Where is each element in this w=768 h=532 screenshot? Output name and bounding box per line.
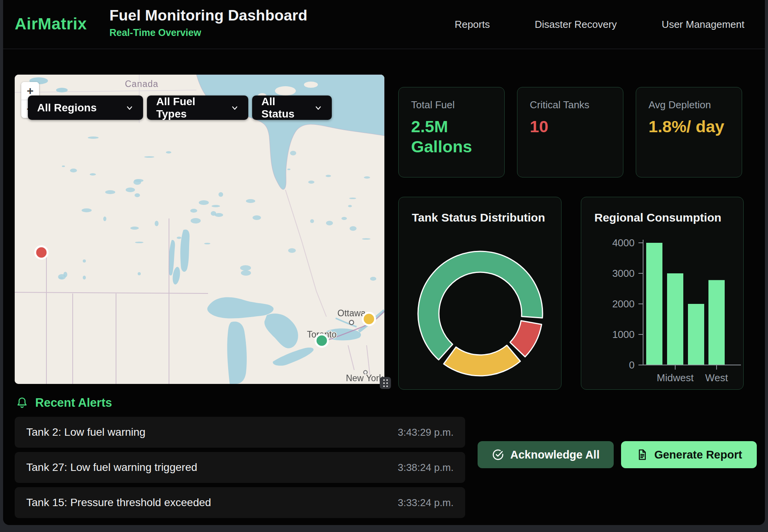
filter-dropdown-all-status[interactable]: All Status [252,95,332,120]
acknowledge-all-button[interactable]: Acknowledge All [478,441,614,468]
tank-marker-normal[interactable] [316,334,328,347]
x-tick-label: Midwest [657,372,694,384]
drag-handle[interactable] [380,377,391,389]
tank-marker-critical[interactable] [35,246,48,259]
regional-consumption-card: Regional Consumption 01000200030004000Mi… [581,197,744,390]
filter-label: All Fuel Types [156,95,224,120]
chevron-down-icon [314,104,323,112]
recent-alerts-title: Recent Alerts [35,396,112,410]
nav-item-disaster-recovery[interactable]: Disaster Recovery [535,19,617,31]
page-title: Fuel Monitoring Dashboard [109,7,307,24]
stat-label: Avg Depletion [649,99,729,111]
tank-status-donut-chart [417,251,543,377]
bar-region-1 [646,243,662,365]
bar-midwest [667,273,683,365]
nav-item-reports[interactable]: Reports [455,19,490,31]
bar-west [708,280,725,365]
stat-label: Total Fuel [411,99,492,111]
check-circle-icon [492,448,504,461]
stat-value: 1.8%/ day [649,116,729,136]
generate-report-label: Generate Report [654,448,742,461]
document-icon [636,448,648,461]
header: AirMatrix Fuel Monitoring Dashboard Real… [3,0,765,49]
alert-text: Tank 2: Low fuel warning [26,426,145,438]
title-block: Fuel Monitoring Dashboard Real-Time Over… [109,7,307,38]
alert-row: Tank 2: Low fuel warning3:43:29 p.m. [15,417,465,448]
map-label-new-york: New York [346,373,384,383]
tank-marker-warning[interactable] [363,313,375,325]
acknowledge-all-label: Acknowledge All [510,448,600,461]
alert-list: Tank 2: Low fuel warning3:43:29 p.m.Tank… [15,417,465,522]
donut-segment-critical [510,321,542,357]
chevron-down-icon [230,104,239,112]
regional-consumption-bar-chart: 01000200030004000MidwestWest [581,197,744,389]
stat-card-critical-tanks: Critical Tanks10 [517,87,623,177]
bell-icon [15,396,29,409]
alert-timestamp: 3:38:24 p.m. [398,462,454,474]
tank-status-card: Tank Status Distribution [398,197,561,390]
alert-timestamp: 3:43:29 p.m. [398,426,454,438]
stat-value: 2.5M Gallons [411,116,492,157]
main-nav: ReportsDisaster RecoveryUser Management [455,0,744,49]
map-canvas[interactable]: Canada Ottawa Toronto New York [15,75,384,384]
brand-logo: AirMatrix [15,15,87,33]
stat-label: Critical Tanks [530,99,611,111]
stat-value: 10 [530,116,611,136]
donut-chart-title: Tank Status Distribution [412,211,545,224]
stat-card-avg-depletion: Avg Depletion1.8%/ day [636,87,742,177]
map-label-canada: Canada [125,79,159,89]
generate-report-button[interactable]: Generate Report [621,441,757,468]
bar-region-3 [688,304,704,365]
recent-alerts-header: Recent Alerts [15,396,112,410]
y-tick-label: 1000 [612,329,635,340]
x-tick-label: West [705,372,729,384]
filter-label: All Regions [37,102,97,114]
y-tick-label: 4000 [612,237,635,249]
alert-row: Tank 15: Pressure threshold exceeded3:33… [15,487,465,518]
alert-row: Tank 27: Low fuel warning triggered3:38:… [15,452,465,483]
alert-text: Tank 15: Pressure threshold exceeded [26,496,211,509]
map-panel: Canada Ottawa Toronto New York + − All R… [15,75,384,384]
stat-card-row: Total Fuel2.5M GallonsCritical Tanks10Av… [398,87,742,177]
nav-item-user-management[interactable]: User Management [662,19,744,31]
stat-card-total-fuel: Total Fuel2.5M Gallons [398,87,505,177]
y-tick-label: 3000 [612,268,635,279]
donut-segment-warning [444,345,520,376]
ottawa-city-dot [350,321,354,325]
filter-dropdown-all-fuel-types[interactable]: All Fuel Types [147,95,248,120]
page-subtitle: Real-Time Overview [109,27,307,38]
filter-label: All Status [261,95,307,120]
alert-text: Tank 27: Low fuel warning triggered [26,461,197,474]
filter-dropdown-all-regions[interactable]: All Regions [28,95,143,120]
map-filter-bar: All RegionsAll Fuel TypesAll Status [28,95,332,120]
y-tick-label: 0 [629,359,635,371]
alert-timestamp: 3:33:24 p.m. [398,497,454,509]
map-label-ottawa: Ottawa [338,308,366,318]
chevron-down-icon [125,104,134,112]
map-svg: Canada Ottawa Toronto New York [15,75,384,384]
y-tick-label: 2000 [612,298,635,310]
